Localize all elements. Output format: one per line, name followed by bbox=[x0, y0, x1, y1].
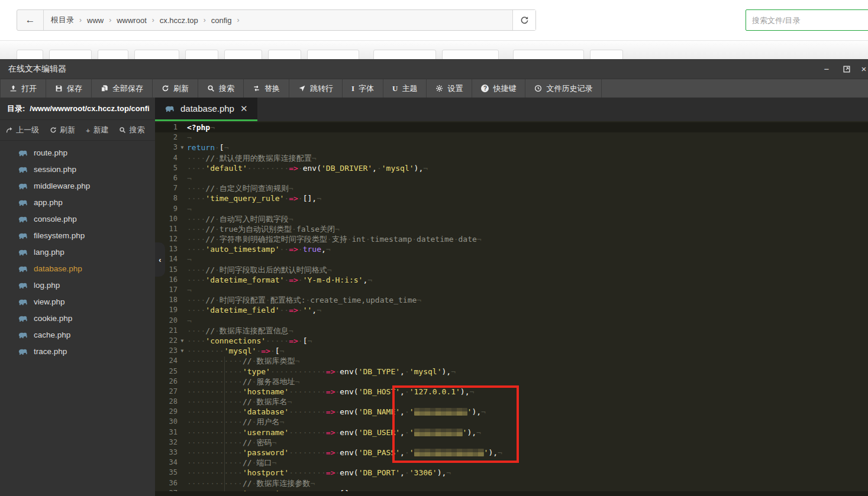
breadcrumb-item[interactable]: 根目录 bbox=[51, 15, 74, 25]
code-line[interactable]: 27············'hostname'········=>·env('… bbox=[155, 387, 868, 397]
code-line[interactable]: 36············//·数据库连接参数¬ bbox=[155, 478, 868, 488]
search-button[interactable]: 搜索 bbox=[198, 79, 244, 98]
line-number: 6 bbox=[155, 173, 178, 183]
code-line[interactable]: 13····'auto_timestamp'··=>·true,¬ bbox=[155, 244, 868, 254]
code-line[interactable]: 9¬ bbox=[155, 204, 868, 214]
code-line[interactable]: 22▼····'connections'·····=>·[¬ bbox=[155, 336, 868, 346]
breadcrumb-item[interactable]: cx.hccz.top bbox=[160, 16, 198, 25]
file-item-console-php[interactable]: console.php bbox=[0, 210, 155, 227]
code-text: return·[¬ bbox=[187, 142, 868, 153]
sidebar-collapse-handle[interactable]: ‹ bbox=[155, 242, 165, 277]
maximize-button[interactable] bbox=[841, 63, 853, 75]
code-line[interactable]: 29············'database'········=>·env('… bbox=[155, 407, 868, 417]
file-item-view-php[interactable]: view.php bbox=[0, 293, 155, 310]
fold-gutter bbox=[178, 265, 187, 275]
code-line[interactable]: 5····'default'·········=>·env('DB_DRIVER… bbox=[155, 163, 868, 173]
code-editor[interactable]: 1<?php¬2¬3▼return·[¬4····//·默认使用的数据库连接配置… bbox=[155, 121, 868, 496]
code-line[interactable]: 30············//·用户名¬ bbox=[155, 417, 868, 427]
horizontal-scrollbar[interactable] bbox=[155, 491, 868, 496]
file-history-button[interactable]: 文件历史记录 bbox=[525, 79, 602, 98]
replace-button[interactable]: 替换 bbox=[244, 79, 289, 98]
code-line[interactable]: 24············//·数据库类型¬ bbox=[155, 356, 868, 366]
file-item-route-php[interactable]: route.php bbox=[0, 144, 155, 161]
search-icon bbox=[119, 127, 126, 134]
fold-arrow-icon[interactable]: ▼ bbox=[178, 346, 187, 356]
goto-line-button[interactable]: 跳转行 bbox=[289, 79, 343, 98]
refresh-path-button[interactable] bbox=[512, 10, 535, 30]
code-line[interactable]: 16····'datetime_format'·=>·'Y-m-d·H:i:s'… bbox=[155, 275, 868, 285]
code-line[interactable]: 25············'type'············=>·env('… bbox=[155, 367, 868, 377]
code-line[interactable]: 3▼return·[¬ bbox=[155, 142, 868, 153]
code-line[interactable]: 1<?php¬ bbox=[155, 122, 868, 132]
censored-value bbox=[414, 429, 463, 436]
code-text: ············'type'············=>·env('DB… bbox=[187, 367, 868, 377]
file-item-session-php[interactable]: session.php bbox=[0, 161, 155, 177]
code-line[interactable]: 7····//·自定义时间查询规则¬ bbox=[155, 183, 868, 193]
minimize-button[interactable]: − bbox=[821, 63, 832, 75]
file-item-log-php[interactable]: log.php bbox=[0, 277, 155, 293]
code-line[interactable]: 17¬ bbox=[155, 285, 868, 295]
theme-button[interactable]: U主题 bbox=[383, 79, 427, 98]
code-line[interactable]: 2¬ bbox=[155, 132, 868, 142]
tab-database-php[interactable]: database.php ✕ bbox=[155, 98, 257, 121]
file-history-icon bbox=[534, 85, 542, 92]
fold-arrow-icon[interactable]: ▼ bbox=[178, 336, 187, 346]
code-line[interactable]: 31············'username'········=>·env('… bbox=[155, 427, 868, 437]
save-all-button[interactable]: 全部保存 bbox=[92, 79, 153, 98]
code-text: ····'default'·········=>·env('DB_DRIVER'… bbox=[187, 163, 868, 173]
refresh-button[interactable]: 刷新 bbox=[50, 125, 75, 135]
settings-button[interactable]: 设置 bbox=[427, 79, 472, 98]
line-number: 32 bbox=[155, 437, 178, 448]
code-line[interactable]: 12····//·字符串则明确指定时间字段类型·支持·int·timestamp… bbox=[155, 234, 868, 244]
file-item-cookie-php[interactable]: cookie.php bbox=[0, 310, 155, 326]
code-line[interactable]: 19····'datetime_field'··=>·'',¬ bbox=[155, 305, 868, 315]
file-name: view.php bbox=[34, 297, 65, 306]
fold-gutter bbox=[178, 448, 187, 458]
fold-arrow-icon[interactable]: ▼ bbox=[178, 142, 187, 153]
file-item-middleware-php[interactable]: middleware.php bbox=[0, 177, 155, 194]
code-line[interactable]: 23▼········'mysql'·=>·[¬ bbox=[155, 346, 868, 356]
code-line[interactable]: 35············'hostport'········=>·env('… bbox=[155, 468, 868, 478]
code-line[interactable]: 14¬ bbox=[155, 254, 868, 264]
open-button[interactable]: 打开 bbox=[0, 79, 46, 98]
breadcrumb-item[interactable]: www bbox=[87, 16, 104, 25]
code-line[interactable]: 21····//·数据库连接配置信息¬ bbox=[155, 326, 868, 336]
line-number: 31 bbox=[155, 427, 178, 437]
code-line[interactable]: 8····'time_query_rule'·=>·[],¬ bbox=[155, 193, 868, 203]
tab-close-icon[interactable]: ✕ bbox=[240, 104, 248, 113]
close-button[interactable]: × bbox=[861, 63, 867, 75]
breadcrumb-item[interactable]: config bbox=[211, 16, 232, 25]
file-item-filesystem-php[interactable]: filesystem.php bbox=[0, 227, 155, 244]
hotkeys-button-label: 快捷键 bbox=[493, 83, 516, 94]
breadcrumb-item[interactable]: wwwroot bbox=[117, 16, 147, 25]
refresh-button-label: 刷新 bbox=[60, 125, 75, 135]
back-button[interactable]: ← bbox=[17, 10, 44, 30]
hotkeys-button[interactable]: ?快捷键 bbox=[472, 79, 525, 98]
code-line[interactable]: 28············//·数据库名¬ bbox=[155, 397, 868, 407]
search-input[interactable] bbox=[746, 9, 868, 31]
code-line[interactable]: 33············'password'········=>·env('… bbox=[155, 448, 868, 458]
file-item-database-php[interactable]: database.php bbox=[0, 260, 155, 277]
file-item-trace-php[interactable]: trace.php bbox=[0, 343, 155, 359]
save-button[interactable]: 保存 bbox=[46, 79, 92, 98]
code-line[interactable]: 20¬ bbox=[155, 316, 868, 326]
code-line[interactable]: 32············//·密码¬ bbox=[155, 437, 868, 448]
code-line[interactable]: 10····//·自动写入时间戳字段¬ bbox=[155, 214, 868, 224]
new-button[interactable]: +新建 bbox=[86, 125, 108, 135]
code-line[interactable]: 11····//·true为自动识别类型·false关闭¬ bbox=[155, 224, 868, 234]
code-line[interactable]: 18····//·时间字段配置·配置格式:·create_time,update… bbox=[155, 295, 868, 305]
code-line[interactable]: 6¬ bbox=[155, 173, 868, 183]
font-button[interactable]: I字体 bbox=[343, 79, 383, 98]
search-button-label: 搜索 bbox=[219, 83, 234, 94]
refresh-button[interactable]: 刷新 bbox=[153, 79, 198, 98]
code-line[interactable]: 26············//·服务器地址¬ bbox=[155, 377, 868, 387]
code-line[interactable]: 34············//·端口¬ bbox=[155, 458, 868, 468]
search-button[interactable]: 搜索 bbox=[119, 125, 144, 135]
up-level-button[interactable]: 上一级 bbox=[6, 125, 39, 135]
theme-button-label: 主题 bbox=[402, 83, 417, 94]
code-line[interactable]: 15····//·时间字段取出后的默认时间格式¬ bbox=[155, 265, 868, 275]
file-item-cache-php[interactable]: cache.php bbox=[0, 326, 155, 343]
code-line[interactable]: 4····//·默认使用的数据库连接配置¬ bbox=[155, 153, 868, 163]
file-item-app-php[interactable]: app.php bbox=[0, 194, 155, 210]
file-item-lang-php[interactable]: lang.php bbox=[0, 244, 155, 260]
